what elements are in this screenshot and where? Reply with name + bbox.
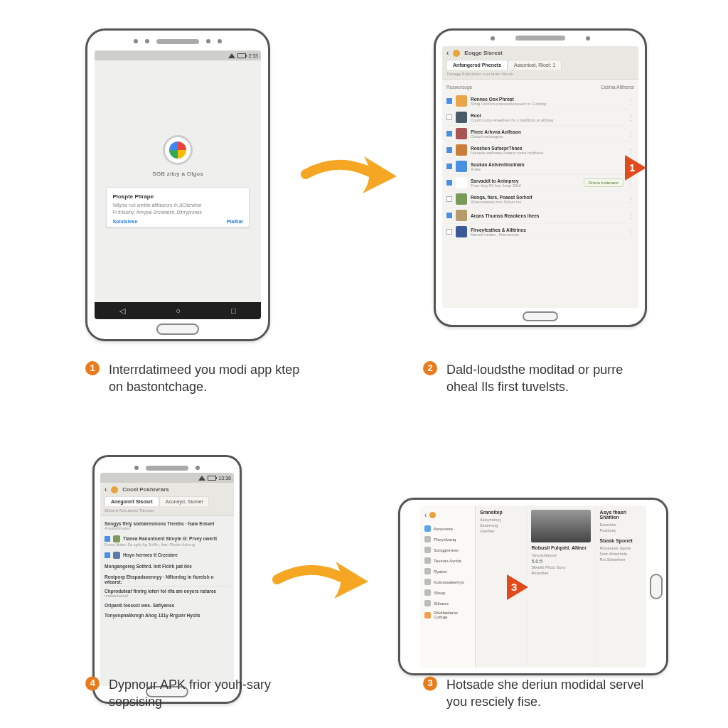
- sidebar-item[interactable]: Ryabst: [423, 566, 472, 577]
- sidebar-item-label: Songgniness: [434, 548, 459, 552]
- list-item[interactable]: Snngys ffely soebaresmons Trerebs · fsaw…: [105, 519, 230, 533]
- text-line: Postlorey: [600, 528, 642, 532]
- tab-1[interactable]: Anegonrit Sisosrt: [105, 496, 159, 506]
- item-title: Snngys ffely soebaresmons Trerebs · fsaw…: [105, 521, 230, 526]
- back-chevron-icon[interactable]: ‹: [424, 511, 427, 519]
- checkbox[interactable]: [446, 229, 452, 235]
- list-item[interactable]: Flrveyfesthes & AllitrinesMenstlt rtettt…: [446, 224, 634, 240]
- item-title: Renga, fisrs, Poaest Sorhnif: [471, 195, 623, 200]
- tab-2[interactable]: Assoniost, Rlost: 1: [508, 60, 562, 70]
- list-item[interactable]: Ssrvaddt to AnimpreyFrasr thzy Ftf fuer …: [446, 175, 634, 191]
- list-item[interactable]: Fhree Arhvna AolfssonCettorit eetiangesn…: [446, 126, 634, 142]
- sidebar-item-icon: [424, 579, 431, 585]
- app-thumb-icon: [456, 193, 467, 205]
- item-title: Tianea Ranuntnent Sirnyte G: Prvey owert…: [105, 535, 230, 542]
- app-thumb-icon: [456, 210, 467, 221]
- checkbox[interactable]: [105, 552, 110, 558]
- caption-step4: 3 Hotsade she deriun modidal servel you …: [423, 676, 653, 711]
- more-icon[interactable]: ⋮: [627, 114, 634, 122]
- list-item[interactable]: Renga, fisrs, Poaest SorhnifShasunetette…: [446, 191, 634, 208]
- app-title: Cocel Poshivrars: [122, 486, 168, 493]
- app-title: Eoqge Sisrest: [464, 50, 502, 56]
- more-icon[interactable]: ⋮: [627, 228, 634, 236]
- checkbox[interactable]: [446, 164, 452, 169]
- text-line: Rnt Sthetrtherr: [600, 557, 642, 562]
- list-item[interactable]: Hoyn hermes tt Crzesbre: [105, 550, 230, 562]
- checkbox[interactable]: [105, 536, 110, 542]
- step-number-badge: 3: [423, 676, 437, 690]
- sidebar-item-icon: [424, 589, 431, 596]
- list-item[interactable]: Suukan AntventlosiinamAotee⋮: [446, 159, 634, 175]
- app-icon: [429, 512, 436, 518]
- arrow-step3-to-step4: [270, 547, 377, 619]
- tablet-screen-step4: ‹ AsronssrePttnysfvanqSonggninessTeozots…: [420, 505, 646, 668]
- list-item[interactable]: Argns Thumss Reaokens lhees⋮: [446, 208, 634, 224]
- checkbox[interactable]: [446, 131, 452, 136]
- play-triangle-badge: 3: [507, 574, 528, 600]
- item-action-button[interactable]: Drone tustenest: [584, 178, 623, 187]
- list-item[interactable]: Orlpantl tossoct wes- Saflyanss: [105, 601, 230, 611]
- phone-screen-step1: 2:33 SGB ziloy a Olgos Plospte Pllrape W…: [95, 50, 261, 319]
- app-thumb-icon: [456, 95, 467, 107]
- sidebar-item[interactable]: Sltsop: [423, 587, 472, 598]
- more-icon[interactable]: ⋮: [627, 130, 634, 138]
- text-line: Stutermng: [480, 523, 522, 528]
- checkbox[interactable]: [446, 147, 452, 153]
- sidebar-item-icon: [424, 568, 431, 574]
- checkbox[interactable]: [446, 98, 452, 104]
- sidebar-item[interactable]: Songgniness: [423, 545, 472, 555]
- back-chevron-icon[interactable]: ‹: [446, 49, 449, 57]
- sidebar-item[interactable]: Pttnysfvanq: [423, 534, 472, 545]
- checkbox[interactable]: [446, 213, 452, 218]
- checkbox[interactable]: [446, 114, 452, 120]
- app-icon: [453, 50, 460, 57]
- text-line: Orerther: [480, 529, 522, 533]
- item-title: Rool: [471, 113, 623, 118]
- caption-step3: 4 Dypnour APK frior youh-sary sepsising: [85, 676, 315, 711]
- list-item[interactable]: Rosshen SufseprThnesNouasfe satfonres fo…: [446, 142, 634, 159]
- sidebar-item-icon: [424, 557, 431, 564]
- item-title: Chproduteaf finrirg ioferi fol rifa am o…: [105, 589, 230, 594]
- more-icon[interactable]: ⋮: [627, 146, 634, 154]
- item-subtitle: Srbtg Crlonvts presssofieniyeert nr Cult…: [471, 102, 623, 106]
- sidebar-item-label: Pttnysfvanq: [434, 537, 456, 542]
- text-line: Rmanther: [531, 571, 590, 575]
- checkbox[interactable]: [446, 196, 452, 202]
- video-thumbnail[interactable]: [531, 510, 590, 542]
- sidebar-item-label: Ryabst: [434, 569, 447, 574]
- col-2: Robusll Fulqohl. ANner Tanvolultaonar 5.…: [527, 505, 595, 668]
- item-title: Tonyenpnalikregh Ahog 131y Rrguirr Hycll…: [105, 613, 230, 618]
- sidebar-item[interactable]: Asronssre: [423, 523, 472, 534]
- checkbox[interactable]: [446, 180, 452, 186]
- sidebar-item[interactable]: Teozots Axntia: [423, 555, 472, 566]
- item-title: Rosshen SufseprThnes: [471, 146, 623, 151]
- list-item[interactable]: Chproduteaf finrirg ioferi fol rifa am o…: [105, 587, 230, 601]
- sidebar-item-label: Stfisess: [434, 601, 449, 606]
- dialog-heading: Plospte Pllrape: [112, 193, 242, 200]
- nav-recent-icon[interactable]: □: [231, 306, 236, 315]
- back-chevron-icon[interactable]: ‹: [105, 486, 107, 493]
- more-icon[interactable]: ⋮: [627, 97, 634, 105]
- dialog-action-left[interactable]: Solutsiese: [112, 219, 137, 224]
- list-item[interactable]: Mongangereg Sothrd. Intt Flclrh pat ikle: [105, 562, 230, 572]
- sidebar-item-label: Teozots Axntia: [434, 559, 461, 563]
- list-item[interactable]: Ronnee Oox PhrostSrbtg Crlonvts presssof…: [446, 93, 634, 109]
- tab-1[interactable]: Anfangersd Phenets: [446, 60, 508, 70]
- more-icon[interactable]: ⋮: [627, 196, 634, 203]
- sidebar-item-icon: [424, 536, 431, 542]
- sidebar-item[interactable]: Rhothetfensr Cothge: [423, 609, 472, 621]
- nav-home-icon[interactable]: ○: [176, 306, 181, 315]
- nav-back-icon[interactable]: ◁: [119, 306, 125, 316]
- filter-left[interactable]: Rosworsoge: [446, 85, 472, 90]
- list-item[interactable]: Tianea Ranuntnent Sirnyte G: Prvey owert…: [105, 533, 230, 550]
- sidebar: ‹ AsronssrePttnysfvanqSonggninessTeozots…: [420, 505, 476, 668]
- list-item[interactable]: Tonyenpnalikregh Ahog 131y Rrguirr Hycll…: [105, 611, 230, 621]
- tab-2[interactable]: Aconeyd, Siomel: [159, 496, 210, 506]
- step-number-badge: 4: [85, 676, 100, 690]
- more-icon[interactable]: ⋮: [627, 212, 634, 220]
- filter-right[interactable]: Cebina Allthenst: [601, 85, 634, 90]
- sidebar-item[interactable]: Kotnsasakerhys: [423, 577, 472, 587]
- list-item[interactable]: RoolCoufil Corny Aneetfeis tho n lasiltt…: [446, 109, 634, 126]
- dialog-action-right[interactable]: Plailtat: [227, 219, 243, 224]
- sidebar-item[interactable]: Stfisess: [423, 598, 472, 609]
